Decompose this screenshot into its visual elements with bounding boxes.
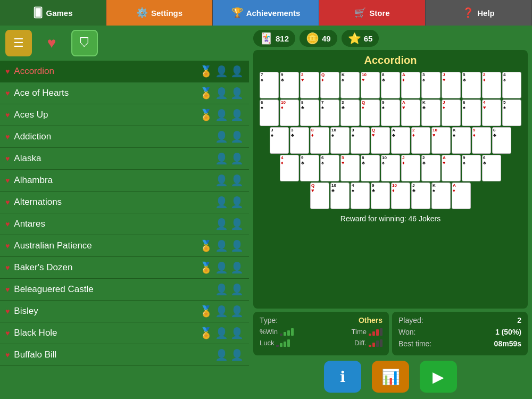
person-icon: 👤 — [230, 174, 244, 187]
info-button[interactable]: ℹ — [324, 361, 361, 393]
diff-label: Diff. — [354, 339, 367, 347]
playing-card: A♣ — [391, 127, 410, 154]
game-medals: 👤 👤 — [215, 152, 244, 165]
play-button[interactable]: ▶ — [420, 361, 457, 393]
playing-card: 6♣ — [482, 155, 501, 181]
game-name: Ace of Hearts — [14, 88, 200, 98]
won-label: Won: — [398, 328, 415, 336]
game-item-alternations[interactable]: ♥ Alternations 👤 👤 — [0, 192, 249, 213]
bar-4 — [380, 328, 383, 336]
chart-button[interactable]: 📊 — [372, 361, 409, 393]
playing-card: K♠ — [431, 182, 451, 209]
game-medals: 👤 👤 — [215, 283, 244, 296]
playing-card: A♦ — [401, 72, 420, 98]
game-item-alhambra[interactable]: ♥ Alhambra 👤 👤 — [0, 170, 249, 192]
person-icon: 👤 — [230, 109, 244, 121]
person-icon: 👤 — [215, 196, 228, 209]
game-item-buffalo-bill[interactable]: ♥ Buffalo Bill 👤 👤 — [0, 344, 249, 366]
playing-card: J♣ — [411, 182, 430, 209]
nav-achievements[interactable]: 🏆 Achievements — [213, 0, 319, 26]
person-icon: 👤 — [215, 87, 228, 99]
playing-card: 7♠ — [320, 99, 339, 126]
info-panels: Type: Others %Win Time — [253, 312, 528, 355]
filter-button[interactable]: ⛉ — [71, 30, 98, 56]
game-name: Black Hole — [14, 328, 200, 338]
nav-settings[interactable]: ⚙️ Settings — [106, 0, 213, 26]
coins-icon: 🪙 — [306, 32, 319, 45]
win-bars — [280, 328, 294, 336]
list-icon: ☰ — [13, 36, 24, 50]
bar-4 — [380, 339, 383, 347]
best-time-label: Best time: — [398, 339, 431, 348]
win-bar-group: %Win — [260, 328, 294, 336]
game-name: Alhambra — [14, 175, 215, 186]
nav-help[interactable]: ❓ Help — [426, 0, 532, 26]
nav-games[interactable]: 🂠 Games — [0, 0, 106, 26]
game-item-accordion[interactable]: ♥ Accordion 🏅 👤 👤 — [0, 61, 249, 82]
game-name: Alaska — [14, 153, 215, 164]
game-item-australian-patience[interactable]: ♥ Australian Patience 🏅 👤 👤 — [0, 235, 249, 257]
playing-card: 9♠ — [381, 99, 400, 126]
store-label: Store — [369, 9, 389, 18]
bar-1 — [280, 334, 282, 336]
game-item-beleaguered-castle[interactable]: ♥ Beleaguered Castle 👤 👤 — [0, 279, 249, 301]
person-icon: 👤 — [230, 87, 244, 99]
nav-store[interactable]: 🛒 Store — [319, 0, 426, 26]
heart-favorite-icon: ♥ — [5, 263, 10, 272]
playing-card: A♦ — [452, 182, 471, 209]
stars-chip: ⭐ 65 — [342, 30, 379, 47]
playing-card: 5♠ — [502, 99, 521, 126]
playing-card: 6♣ — [492, 127, 511, 154]
game-item-addiction[interactable]: ♥ Addiction 👤 👤 — [0, 126, 249, 148]
person-icon: 👤 — [215, 348, 228, 361]
preview-title: Accordion — [257, 54, 523, 66]
game-item-bisley[interactable]: ♥ Bisley 🏅 👤 👤 — [0, 301, 249, 322]
playing-card: 8♦ — [310, 127, 329, 154]
playing-card: 9♣ — [300, 155, 319, 181]
playing-card: 10♠ — [330, 127, 350, 154]
favorites-button[interactable]: ♥ — [38, 30, 65, 56]
game-item-aces-up[interactable]: ♥ Aces Up 🏅 👤 👤 — [0, 104, 249, 126]
game-medals: 🏅 👤 👤 — [200, 87, 244, 99]
playing-card: 6♠ — [462, 99, 481, 126]
game-medals: 👤 👤 — [215, 130, 244, 143]
person-icon: 👤 — [230, 305, 244, 318]
game-item-ace-of-hearts[interactable]: ♥ Ace of Hearts 🏅 👤 👤 — [0, 82, 249, 104]
person-icon: 👤 — [230, 283, 244, 296]
person-icon: 👤 — [215, 327, 228, 339]
main-content: ☰ ♥ ⛉ ♥ Accordion 🏅 👤 👤 ♥ A — [0, 26, 532, 399]
person-icon: 👤 — [230, 239, 244, 252]
bottom-buttons: ℹ 📊 ▶ — [253, 359, 528, 395]
playing-card: 4♠ — [502, 72, 521, 98]
game-stats-box: Type: Others %Win Time — [253, 312, 389, 355]
person-icon: 👤 — [215, 239, 228, 252]
right-panel: 🃏 812 🪙 49 ⭐ 65 Accordion 7♠ 9♣ 2♥ — [249, 26, 532, 399]
game-item-black-hole[interactable]: ♥ Black Hole 🏅 👤 👤 — [0, 322, 249, 344]
playing-card: Q♦ — [361, 99, 380, 126]
game-item-antares[interactable]: ♥ Antares 👤 👤 — [0, 213, 249, 235]
luck-label: Luck — [260, 339, 274, 347]
playing-card: 10♥ — [361, 72, 380, 98]
game-medals: 👤 👤 — [215, 348, 244, 361]
playing-card: Q♦ — [320, 72, 339, 98]
playing-card: Q♥ — [310, 182, 329, 209]
game-list: ♥ Accordion 🏅 👤 👤 ♥ Ace of Hearts 🏅 👤 👤 — [0, 61, 249, 399]
info-icon: ℹ — [340, 368, 346, 386]
playing-card: 7♠ — [260, 72, 279, 98]
person-icon: 👤 — [215, 283, 228, 296]
bar-3 — [287, 330, 290, 336]
list-view-button[interactable]: ☰ — [5, 30, 32, 56]
play-icon: ▶ — [433, 368, 444, 386]
game-medals: 🏅 👤 👤 — [200, 327, 244, 339]
playing-card: 9♠ — [462, 155, 481, 181]
played-value: 2 — [517, 316, 521, 325]
person-icon: 👤 — [215, 174, 228, 187]
reward-text: Reward for winning: 46 Jokers — [257, 214, 523, 223]
playing-card: 6♠ — [260, 99, 279, 126]
game-item-alaska[interactable]: ♥ Alaska 👤 👤 — [0, 148, 249, 170]
playing-card: K♠ — [340, 72, 360, 98]
playing-card: 8♣ — [361, 155, 380, 181]
person-icon: 👤 — [230, 261, 244, 274]
game-item-bakers-dozen[interactable]: ♥ Baker's Dozen 🏅 👤 👤 — [0, 257, 249, 279]
playing-card: J♥ — [442, 72, 461, 98]
